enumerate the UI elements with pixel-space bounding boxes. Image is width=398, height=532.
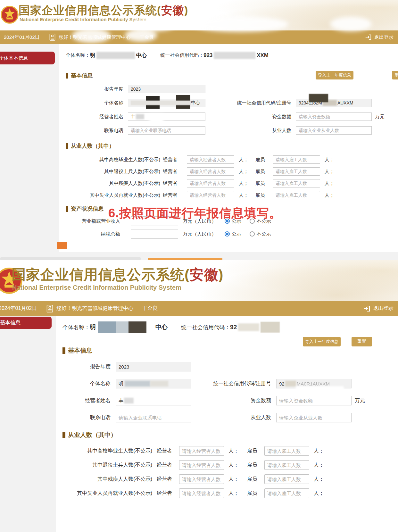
capital-input[interactable] <box>276 396 352 405</box>
capital-label: 资金数额 <box>205 114 291 120</box>
import-last-year-button[interactable]: 导入上一年度信息 <box>316 71 353 79</box>
entity-header: 个体名称： 明 中心 统一社会信用代码： 92 <box>56 316 398 333</box>
radio-private[interactable]: 不公示 <box>250 231 271 237</box>
person-unit: 人； <box>325 192 334 198</box>
import-last-year-button[interactable]: 导入上一年度信息 <box>303 337 341 346</box>
username-text: 丰金良 <box>140 34 154 40</box>
report-year-value: 2023 <box>119 364 129 370</box>
section-title: 从业人数（其中） <box>68 431 117 439</box>
assets-row: 纳税总额 万元（人民币） 公示 不公示 <box>66 229 398 239</box>
staff-count-label: 从业人数 <box>191 414 271 421</box>
header-divider <box>62 338 323 338</box>
credit-code-value-end: AUXXM <box>337 100 353 105</box>
radio-selected-icon <box>225 231 230 237</box>
tax-input[interactable] <box>131 229 178 239</box>
redaction-box <box>309 94 328 102</box>
phone-label: 联系电话 <box>66 128 123 134</box>
report-year-field: 2023 <box>116 362 191 371</box>
employee-label: 雇员 <box>247 476 257 483</box>
employment-rows: 其中高校毕业生人数(不公示) 经营者 人； 雇员 人； 其中退役士兵人数(不公示… <box>56 446 398 498</box>
credit-code-label: 统一社会信用代码/注册号 <box>205 100 291 106</box>
operator-count-input[interactable] <box>187 191 234 199</box>
employee-count-input[interactable] <box>264 446 309 456</box>
reset-button[interactable]: 重置 <box>352 337 372 346</box>
radio-public[interactable]: 公示 <box>225 231 241 237</box>
operator-count-input[interactable] <box>187 155 234 164</box>
employee-count-input[interactable] <box>264 488 309 498</box>
employee-count-input[interactable] <box>273 191 320 199</box>
logout-button[interactable]: 退出登录 <box>363 305 394 312</box>
employee-count-input[interactable] <box>273 167 320 176</box>
basic-info-form: 报告年度 2023 个体名称 中心 统一社会信用代码/注册号 92341182M <box>59 85 398 135</box>
employment-row-label: 其中失业人员再就业人数(不公示) <box>62 490 152 497</box>
logout-icon <box>365 34 372 41</box>
operator-name-value: 丰 <box>131 114 135 120</box>
reset-button[interactable]: 重置 <box>392 71 398 79</box>
entity-code-end: XXM <box>257 52 268 59</box>
section-marker <box>62 347 65 354</box>
site-title: 国家企业信用信息公示系统(安徽) <box>12 265 223 284</box>
redaction-box <box>149 114 163 125</box>
credit-code-field: 92341182M AUXXM <box>296 99 372 107</box>
logout-button[interactable]: 退出登录 <box>365 34 394 41</box>
employment-row: 其中退役士兵人数(不公示) 经营者 人； 雇员 人； <box>62 460 398 470</box>
employee-label: 雇员 <box>247 448 257 454</box>
assets-row-label: 纳税总额 <box>66 231 120 237</box>
redaction-box <box>124 398 134 403</box>
employee-count-input[interactable] <box>273 179 320 187</box>
username-text: 丰金良 <box>142 305 158 312</box>
section-marker <box>66 206 68 212</box>
employee-count-input[interactable] <box>273 155 320 164</box>
site-title-main: 国家企业信用信息公示系统( <box>19 4 161 16</box>
radio-label: 不公示 <box>257 231 271 237</box>
capital-unit: 万元 <box>355 397 365 404</box>
operator-label: 经营者 <box>157 462 172 469</box>
operator-count-input[interactable] <box>179 460 224 470</box>
phone-input[interactable] <box>116 413 191 422</box>
employee-count-input[interactable] <box>264 460 309 470</box>
staff-count-input[interactable] <box>296 126 372 135</box>
operator-count-input[interactable] <box>179 446 224 456</box>
operator-count-input[interactable] <box>179 488 224 498</box>
divider-orange-bar <box>148 258 222 260</box>
screen-capture-bottom: 国家企业信用信息公示系统(安徽) National Enterprise Cre… <box>0 260 398 532</box>
operator-count-input[interactable] <box>187 179 234 187</box>
report-year-label: 报告年度 <box>66 86 123 92</box>
form-row: 个体名称 明 统一社会信用代码/注册号 92 MA0R1AUXXM <box>62 379 398 388</box>
divider-grey-bar <box>0 257 141 260</box>
phone-label: 联系电话 <box>62 414 111 421</box>
person-unit: 人； <box>325 180 334 187</box>
operator-name-value: 丰 <box>119 398 123 404</box>
section-marker <box>66 143 68 149</box>
phone-input[interactable] <box>128 126 205 135</box>
employee-count-input[interactable] <box>264 474 309 484</box>
sidebar-item-basic-info[interactable]: 个体基本信息 <box>0 317 52 329</box>
person-unit: 人； <box>325 169 334 175</box>
operator-label: 经营者 <box>157 476 172 483</box>
form-row: 报告年度 2023 <box>62 362 398 371</box>
main-panel: 个体名称： 明 中心 统一社会信用代码： 92 基本信息 导入上一年度信息 重 <box>56 316 398 532</box>
operator-name-field: 丰 <box>128 112 205 121</box>
operator-count-input[interactable] <box>187 167 234 176</box>
person-unit: 人； <box>239 169 248 175</box>
section-marker <box>66 73 68 79</box>
capital-input[interactable] <box>296 112 372 121</box>
section-title: 基本信息 <box>68 346 92 355</box>
operator-label: 经营者 <box>157 490 172 497</box>
operator-name-label: 经营者姓名 <box>62 397 111 404</box>
logout-label: 退出登录 <box>373 305 394 312</box>
employment-row: 其中残疾人人数(不公示) 经营者 人； 雇员 人； <box>66 179 398 187</box>
staff-count-input[interactable] <box>276 413 352 422</box>
site-subtitle: National Enterprise Credit Information P… <box>20 17 146 22</box>
person-unit: 人； <box>228 448 239 454</box>
person-unit: 人； <box>239 192 248 198</box>
entity-name-start: 明 <box>90 52 95 59</box>
sidebar-item-basic-info[interactable]: 个体基本信息 <box>0 52 55 64</box>
section-basic-info: 基本信息 <box>62 346 398 355</box>
employment-row-label: 其中残疾人人数(不公示) <box>66 180 160 187</box>
radio-unselected-icon <box>250 231 255 237</box>
operator-count-input[interactable] <box>179 474 224 484</box>
entity-code-start: 92 <box>230 324 237 331</box>
redaction-box <box>131 101 191 105</box>
entity-name-field-value: 明 <box>119 381 123 387</box>
